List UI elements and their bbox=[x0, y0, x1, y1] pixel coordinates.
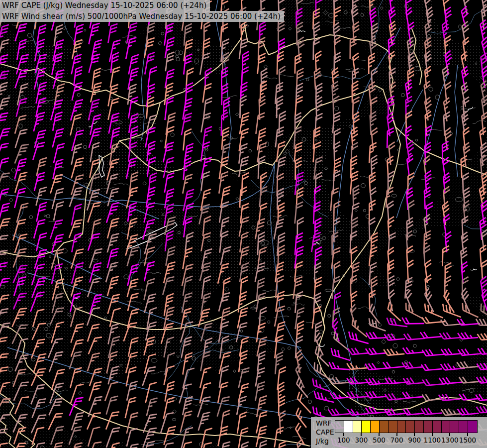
colorbar-cell-300-400 bbox=[362, 421, 371, 433]
colorbar-cell-700-800 bbox=[397, 421, 406, 433]
colorbar-tick bbox=[449, 433, 450, 436]
colorbar-cell-1500+ bbox=[468, 421, 477, 433]
colorbar-cell-200-300 bbox=[353, 421, 362, 433]
colorbar-cell-1300-1400 bbox=[450, 421, 459, 433]
colorbar-cell-1100-1200 bbox=[433, 421, 442, 433]
colorbar-tick bbox=[361, 433, 362, 436]
colorbar-tick bbox=[343, 433, 344, 436]
weather-map: WRF CAPE (J/kg) Wednesday 15-10-2025 06:… bbox=[0, 0, 487, 448]
colorbar-tick bbox=[379, 433, 380, 436]
colorbar-tick bbox=[467, 433, 468, 436]
colorbar-tick-label: 1500 bbox=[457, 436, 479, 444]
cape-legend: WRF CAPE J/kg 10030050070090011001300150… bbox=[311, 417, 487, 448]
colorbar-tick bbox=[414, 433, 415, 436]
cape-colorbar-cells bbox=[335, 420, 478, 433]
colorbar-cell-800-900 bbox=[406, 421, 415, 433]
title-line-cape: WRF CAPE (J/kg) Wednesday 15-10-2025 06:… bbox=[0, 0, 210, 11]
colorbar-cell-600-700 bbox=[389, 421, 397, 433]
colorbar-cell-400-500 bbox=[371, 421, 380, 433]
colorbar-tick bbox=[432, 433, 433, 436]
colorbar-cell-100-200 bbox=[344, 421, 353, 433]
cape-colorbar: 100300500700900110013001500 bbox=[311, 417, 487, 448]
colorbar-cell-900-1000 bbox=[415, 421, 424, 433]
colorbar-cell-1400-1500 bbox=[459, 421, 468, 433]
colorbar-tick bbox=[396, 433, 397, 436]
colorbar-cell-0-100 bbox=[335, 421, 344, 433]
colorbar-cell-500-600 bbox=[380, 421, 389, 433]
title-line-shear: WRF Wind shear (m/s) 500/1000hPa Wednesd… bbox=[0, 11, 284, 22]
map-canvas bbox=[0, 0, 487, 448]
title-bar: WRF CAPE (J/kg) Wednesday 15-10-2025 06:… bbox=[0, 0, 284, 22]
colorbar-cell-1200-1300 bbox=[442, 421, 451, 433]
colorbar-cell-1000-1100 bbox=[424, 421, 433, 433]
